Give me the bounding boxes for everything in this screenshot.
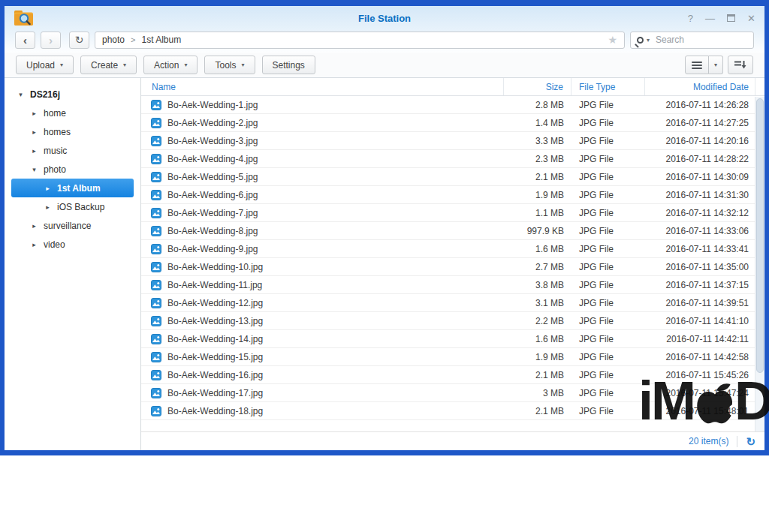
- scrollbar-thumb[interactable]: [756, 98, 764, 373]
- table-row[interactable]: Bo-Aek-Wedding-9.jpg1.6 MBJPG File2016-0…: [141, 240, 755, 258]
- sort-button[interactable]: [728, 56, 753, 74]
- search-icon[interactable]: [637, 37, 644, 44]
- image-file-icon: [151, 100, 161, 110]
- image-file-icon: [151, 388, 161, 398]
- table-row[interactable]: Bo-Aek-Wedding-1.jpg2.8 MBJPG File2016-0…: [141, 96, 755, 114]
- table-row[interactable]: Bo-Aek-Wedding-3.jpg3.3 MBJPG File2016-0…: [141, 132, 755, 150]
- table-row[interactable]: Bo-Aek-Wedding-10.jpg2.7 MBJPG File2016-…: [141, 258, 755, 276]
- window-controls: ? — ✕: [688, 14, 755, 23]
- file-name: Bo-Aek-Wedding-8.jpg: [167, 226, 258, 236]
- status-divider: [737, 436, 737, 447]
- table-row[interactable]: Bo-Aek-Wedding-7.jpg1.1 MBJPG File2016-0…: [141, 204, 755, 222]
- table-row[interactable]: Bo-Aek-Wedding-6.jpg1.9 MBJPG File2016-0…: [141, 186, 755, 204]
- table-row[interactable]: Bo-Aek-Wedding-14.jpg1.6 MBJPG File2016-…: [141, 330, 755, 348]
- sidebar-item-video[interactable]: ▸video: [11, 235, 134, 254]
- file-type: JPG File: [571, 406, 645, 416]
- file-size: 3.1 MB: [504, 298, 571, 308]
- chevron-right-icon[interactable]: ▸: [31, 128, 38, 136]
- chevron-right-icon[interactable]: ▸: [31, 241, 38, 248]
- sidebar-item-1st-album[interactable]: ▸1st Album: [11, 179, 134, 197]
- sidebar-item-photo[interactable]: ▾photo: [11, 160, 134, 179]
- search-options-caret-icon[interactable]: ▾: [647, 37, 650, 44]
- chevron-right-icon[interactable]: ▸: [31, 147, 38, 155]
- list-view-button[interactable]: [685, 56, 709, 74]
- file-modified-date: 2016-07-11 14:37:15: [645, 280, 755, 290]
- sidebar-item-home[interactable]: ▸home: [11, 104, 134, 122]
- content-area: Name Size File Type Modified Date Bo-Aek…: [141, 78, 764, 450]
- image-file-icon: [151, 352, 161, 362]
- view-mode-caret-button[interactable]: ▾: [709, 56, 723, 74]
- file-size: 1.6 MB: [504, 334, 571, 344]
- file-type: JPG File: [571, 352, 645, 362]
- window-title: File Station: [5, 13, 764, 24]
- table-row[interactable]: Bo-Aek-Wedding-12.jpg3.1 MBJPG File2016-…: [141, 294, 755, 312]
- table-header-gutter: [755, 78, 764, 95]
- table-header: Name Size File Type Modified Date: [141, 78, 764, 96]
- sidebar-item-label: 1st Album: [57, 183, 101, 194]
- chevron-right-icon[interactable]: ▸: [31, 110, 38, 117]
- forward-button[interactable]: ›: [41, 32, 61, 49]
- titlebar: File Station ? — ✕: [5, 6, 764, 30]
- back-button[interactable]: ‹: [15, 32, 35, 49]
- column-header-name[interactable]: Name: [141, 78, 504, 95]
- main-area: ▾DS216j▸home▸homes▸music▾photo▸1st Album…: [5, 78, 764, 450]
- image-file-icon: [151, 172, 161, 182]
- file-size: 2.1 MB: [504, 172, 571, 182]
- toolbar-button-group: Upload▾Create▾Action▾Tools▾Settings: [16, 56, 315, 74]
- sidebar-item-ios-backup[interactable]: ▸iOS Backup: [11, 197, 134, 216]
- favorite-star-icon[interactable]: ★: [608, 34, 617, 46]
- breadcrumb-segment[interactable]: 1st Album: [141, 35, 181, 45]
- table-row[interactable]: Bo-Aek-Wedding-4.jpg2.3 MBJPG File2016-0…: [141, 150, 755, 168]
- column-header-modified-date[interactable]: Modified Date: [645, 78, 755, 95]
- toolbar-button-settings[interactable]: Settings: [262, 56, 315, 74]
- table-row[interactable]: Bo-Aek-Wedding-15.jpg1.9 MBJPG File2016-…: [141, 348, 755, 366]
- chevron-right-icon[interactable]: ▸: [44, 185, 51, 192]
- refresh-button[interactable]: ↻: [69, 32, 89, 49]
- file-type: JPG File: [571, 208, 645, 218]
- file-type: JPG File: [571, 262, 645, 272]
- toolbar-button-tools[interactable]: Tools▾: [204, 56, 255, 74]
- minimize-button[interactable]: —: [705, 14, 715, 23]
- chevron-right-icon[interactable]: ▸: [44, 203, 51, 211]
- table-row[interactable]: Bo-Aek-Wedding-11.jpg3.8 MBJPG File2016-…: [141, 276, 755, 294]
- toolbar-button-upload[interactable]: Upload▾: [16, 56, 74, 74]
- vertical-scrollbar[interactable]: [755, 97, 764, 431]
- table-row[interactable]: Bo-Aek-Wedding-16.jpg2.1 MBJPG File2016-…: [141, 366, 755, 384]
- toolbar-button-label: Settings: [273, 60, 305, 71]
- help-button[interactable]: ?: [688, 14, 693, 23]
- file-type: JPG File: [571, 190, 645, 200]
- sidebar-item-ds216j[interactable]: ▾DS216j: [11, 85, 134, 104]
- search-input[interactable]: ▾ Search: [630, 32, 754, 49]
- breadcrumb[interactable]: photo>1st Album★: [95, 32, 625, 49]
- file-modified-date: 2016-07-11 14:27:25: [645, 118, 755, 128]
- table-row[interactable]: Bo-Aek-Wedding-8.jpg997.9 KBJPG File2016…: [141, 222, 755, 240]
- image-file-icon: [151, 226, 161, 236]
- search-placeholder: Search: [656, 35, 684, 45]
- sort-icon: [734, 60, 746, 70]
- sidebar-item-label: music: [44, 146, 67, 156]
- table-row[interactable]: Bo-Aek-Wedding-18.jpg2.1 MBJPG File2016-…: [141, 402, 755, 420]
- sidebar-item-surveillance[interactable]: ▸surveillance: [11, 216, 134, 235]
- status-refresh-button[interactable]: ↻: [746, 436, 755, 447]
- file-station-app-icon[interactable]: [14, 9, 35, 27]
- toolbar-button-action[interactable]: Action▾: [143, 56, 198, 74]
- maximize-button[interactable]: [727, 14, 735, 22]
- sidebar-item-homes[interactable]: ▸homes: [11, 122, 134, 141]
- sidebar-item-music[interactable]: ▸music: [11, 141, 134, 160]
- toolbar-button-create[interactable]: Create▾: [80, 56, 137, 74]
- chevron-down-icon[interactable]: ▾: [31, 166, 38, 173]
- chevron-right-icon[interactable]: ▸: [31, 222, 38, 230]
- table-row[interactable]: Bo-Aek-Wedding-5.jpg2.1 MBJPG File2016-0…: [141, 168, 755, 186]
- file-type: JPG File: [571, 316, 645, 326]
- chevron-down-icon[interactable]: ▾: [17, 91, 24, 98]
- breadcrumb-segment[interactable]: photo: [102, 35, 125, 45]
- file-name: Bo-Aek-Wedding-9.jpg: [167, 244, 258, 254]
- table-row[interactable]: Bo-Aek-Wedding-13.jpg2.2 MBJPG File2016-…: [141, 312, 755, 330]
- table-row[interactable]: Bo-Aek-Wedding-17.jpg3 MBJPG File2016-07…: [141, 384, 755, 402]
- file-name: Bo-Aek-Wedding-5.jpg: [167, 172, 258, 182]
- column-header-file-type[interactable]: File Type: [571, 78, 645, 95]
- close-button[interactable]: ✕: [747, 14, 755, 23]
- table-row[interactable]: Bo-Aek-Wedding-2.jpg1.4 MBJPG File2016-0…: [141, 114, 755, 132]
- file-size: 1.9 MB: [504, 190, 571, 200]
- column-header-size[interactable]: Size: [504, 78, 571, 95]
